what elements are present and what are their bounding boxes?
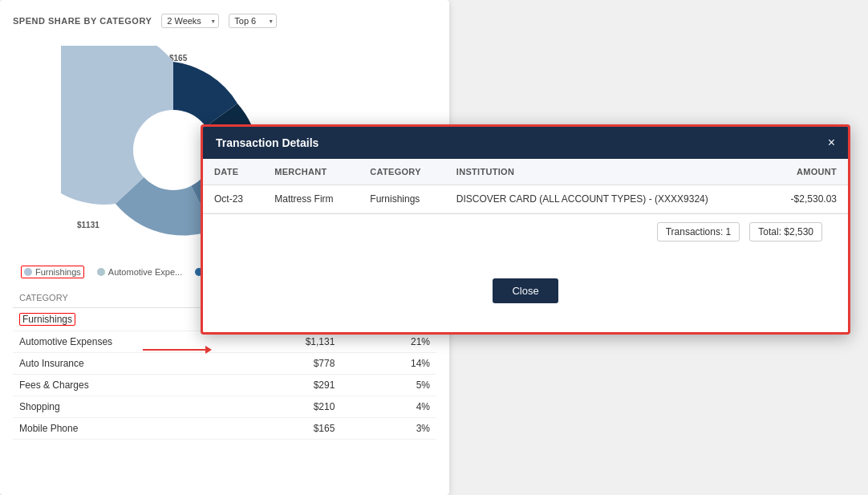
period-dropdown[interactable]: 2 Weeks 1 Week 1 Month 3 Months [161, 14, 219, 28]
modal-actions: Close [203, 250, 848, 332]
share-cell: 14% [341, 353, 436, 375]
category-cell: Auto Insurance [13, 353, 246, 375]
modal-title: Transaction Details [216, 136, 318, 149]
automotive-dot [97, 268, 105, 276]
automotive-label: Automotive Expe... [108, 267, 182, 277]
spend-cell: $291 [246, 375, 342, 396]
spend-cell: $210 [246, 396, 342, 418]
td-merchant: Mattress Firm [263, 185, 359, 213]
table-row: Fees & Charges $291 5% [13, 375, 436, 396]
transaction-row: Oct-23 Mattress Firm Furnishings DISCOVE… [203, 185, 848, 213]
td-category: Furnishings [359, 185, 445, 213]
legend-furnishings: Furnishings [21, 266, 84, 278]
top-dropdown-wrapper[interactable]: Top 6 Top 3 Top 10 All [229, 13, 277, 28]
top-dropdown[interactable]: Top 6 Top 3 Top 10 All [229, 14, 277, 28]
share-cell: 5% [341, 375, 436, 396]
close-button[interactable]: Close [493, 278, 558, 303]
category-cell: Mobile Phone [13, 418, 246, 440]
th-amount: AMOUNT [768, 159, 848, 185]
furnishings-label: Furnishings [35, 267, 81, 277]
transaction-table: DATE MERCHANT CATEGORY INSTITUTION AMOUN… [203, 159, 848, 213]
spend-cell: $165 [246, 418, 342, 440]
modal-close-button[interactable]: × [828, 136, 835, 149]
spend-cell: $778 [246, 353, 342, 375]
arrow-indicator [143, 349, 207, 351]
share-cell: 4% [341, 396, 436, 418]
total-amount: Total: $2,530 [749, 222, 822, 241]
card-title: SPEND SHARE BY CATEGORY [13, 16, 152, 26]
furnishings-highlight: Furnishings [19, 313, 75, 326]
table-row: Shopping $210 4% [13, 396, 436, 418]
transactions-count: Transactions: 1 [657, 222, 740, 241]
transaction-details-modal: Transaction Details × DATE MERCHANT CATE… [201, 124, 850, 335]
th-date: DATE [203, 159, 263, 185]
furnishings-dot [24, 268, 32, 276]
modal-header: Transaction Details × [203, 127, 848, 159]
arrow-line [143, 349, 207, 351]
th-category: CATEGORY [359, 159, 445, 185]
td-amount: -$2,530.03 [768, 185, 848, 213]
category-cell: Fees & Charges [13, 375, 246, 396]
td-institution: DISCOVER CARD (ALL ACCOUNT TYPES) - (XXX… [445, 185, 768, 213]
legend-automotive: Automotive Expe... [97, 266, 182, 278]
transactions-summary: Transactions: 1 Total: $2,530 [657, 222, 822, 241]
th-merchant: MERCHANT [263, 159, 359, 185]
category-cell: Shopping [13, 396, 246, 418]
th-institution: INSTITUTION [445, 159, 768, 185]
table-row: Mobile Phone $165 3% [13, 418, 436, 440]
table-row: Auto Insurance $778 14% [13, 353, 436, 375]
period-dropdown-wrapper[interactable]: 2 Weeks 1 Week 1 Month 3 Months [161, 13, 219, 28]
td-date: Oct-23 [203, 185, 263, 213]
share-cell: 3% [341, 418, 436, 440]
modal-body: DATE MERCHANT CATEGORY INSTITUTION AMOUN… [203, 159, 848, 332]
modal-footer: Transactions: 1 Total: $2,530 [203, 213, 848, 250]
card-header: SPEND SHARE BY CATEGORY 2 Weeks 1 Week 1… [13, 13, 436, 28]
